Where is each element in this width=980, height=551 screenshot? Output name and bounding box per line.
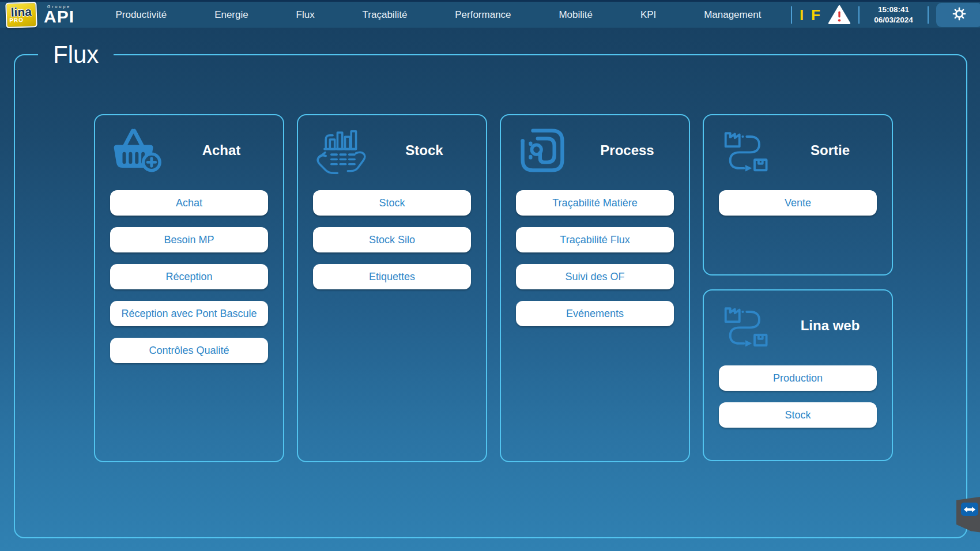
lina-pro-logo: lina PRO [5,2,37,28]
card-sortie: Sortie Vente [703,114,893,276]
page-title: Flux [38,43,114,67]
divider [858,6,860,24]
card-lina-web-header: Lina web [704,290,892,355]
logo-lina-text: lina [10,6,32,17]
button-tracabilite-flux[interactable]: Traçabilité Flux [516,227,674,252]
card-achat: Achat Achat Besoin MP Réception Réceptio… [94,114,284,462]
api-groupe-logo: Groupe API [44,5,74,25]
divider [928,6,929,24]
gear-icon [952,6,967,23]
button-controles-qualite[interactable]: Contrôles Qualité [110,338,268,363]
button-stock[interactable]: Stock [313,190,471,216]
nav-item-mobilite[interactable]: Mobilité [559,9,593,21]
topbar-right-cluster: I F 15:08:41 06/03/2024 [791,3,980,27]
button-suivi-des-of[interactable]: Suivi des OF [516,264,674,289]
card-lina-web: Lina web Production Stock [703,289,893,461]
card-process-header: Process [501,115,689,180]
card-process-buttons: Traçabilité Matière Traçabilité Flux Sui… [501,180,689,326]
nav-item-flux[interactable]: Flux [296,9,315,21]
card-process: Process Traçabilité Matière Traçabilité … [500,114,690,462]
button-etiquettes[interactable]: Etiquettes [313,264,471,289]
factory-to-box-flow-icon [714,126,777,175]
button-reception-pont-bascule[interactable]: Réception avec Pont Bascule [110,301,268,326]
card-stock-buttons: Stock Stock Silo Etiquettes [298,180,486,289]
button-production[interactable]: Production [719,365,877,391]
button-stock-silo[interactable]: Stock Silo [313,227,471,252]
clock: 15:08:41 06/03/2024 [867,5,920,25]
card-lina-web-title: Lina web [777,318,884,334]
nav-item-tracabilite[interactable]: Traçabilité [363,9,408,21]
teamviewer-icon [961,503,978,516]
nav-item-energie[interactable]: Energie [214,9,248,21]
warning-triangle-icon[interactable] [828,5,851,25]
topbar: lina PRO Groupe API Productivité Energie… [0,0,980,28]
clock-date: 06/03/2024 [867,15,920,25]
divider [791,6,792,24]
indicator-f: F [811,7,820,22]
main-nav: Productivité Energie Flux Traçabilité Pe… [92,9,785,21]
lina-pro-app: lina PRO Groupe API Productivité Energie… [0,0,980,551]
button-achat[interactable]: Achat [110,190,268,216]
card-process-title: Process [574,142,681,158]
logo-pro-text: PRO [9,17,24,24]
factory-to-box-flow-icon [714,301,777,350]
button-vente[interactable]: Vente [719,190,877,216]
logo-groupe-text: Groupe [47,5,71,9]
card-achat-title: Achat [168,142,275,158]
process-path-icon [511,125,574,176]
card-stock: Stock Stock Stock Silo Etiquettes [297,114,487,462]
card-stock-header: Stock [298,115,486,180]
card-lina-web-buttons: Production Stock [704,355,892,428]
settings-button[interactable] [936,3,980,27]
card-sortie-title: Sortie [777,142,884,158]
inventory-count-icon [308,125,371,176]
logo-api-text: API [44,8,74,25]
nav-item-productivite[interactable]: Productivité [115,9,167,21]
basket-plus-icon [105,125,168,176]
nav-item-management[interactable]: Management [704,9,761,21]
card-achat-buttons: Achat Besoin MP Réception Réception avec… [95,180,283,363]
button-tracabilite-matiere[interactable]: Traçabilité Matière [516,190,674,216]
button-besoin-mp[interactable]: Besoin MP [110,227,268,252]
indicator-i: I [800,7,804,22]
button-reception[interactable]: Réception [110,264,268,289]
main-content: Flux [0,28,980,551]
card-achat-header: Achat [95,115,283,180]
card-sortie-buttons: Vente [704,180,892,216]
nav-item-performance[interactable]: Performance [455,9,511,21]
button-evenements[interactable]: Evénements [516,301,674,326]
clock-time: 15:08:41 [867,5,920,15]
nav-item-kpi[interactable]: KPI [640,9,656,21]
flux-cards: Achat Achat Besoin MP Réception Réceptio… [94,114,893,462]
card-stock-title: Stock [371,142,478,158]
button-lina-web-stock[interactable]: Stock [719,402,877,428]
card-sortie-header: Sortie [704,115,892,180]
